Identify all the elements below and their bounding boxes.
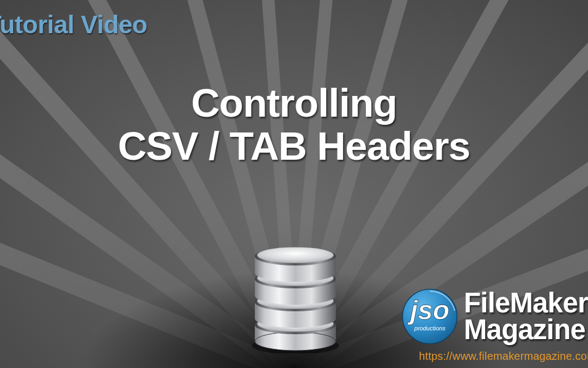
brand-name: FileMaker Magazine [464,290,588,343]
promo-stage: Tutorial Video Controlling CSV / TAB Hea… [0,0,588,368]
svg-text:productions: productions [414,325,445,331]
brand-line-1: FileMaker [464,290,588,316]
title-line-2: CSV / TAB Headers [118,124,470,168]
brand-line-2: Magazine [464,317,588,343]
title-line-1: Controlling [191,81,397,125]
database-icon [250,244,340,353]
producer-logo-block: jso productions FileMaker Magazine [401,288,588,345]
site-url: https://www.filemakermagazine.com [419,350,588,363]
category-label: Tutorial Video [0,10,147,39]
main-title: Controlling CSV / TAB Headers [0,82,588,168]
producer-badge-icon: jso productions [401,288,458,345]
svg-point-9 [258,248,334,263]
svg-text:jso: jso [407,295,449,325]
